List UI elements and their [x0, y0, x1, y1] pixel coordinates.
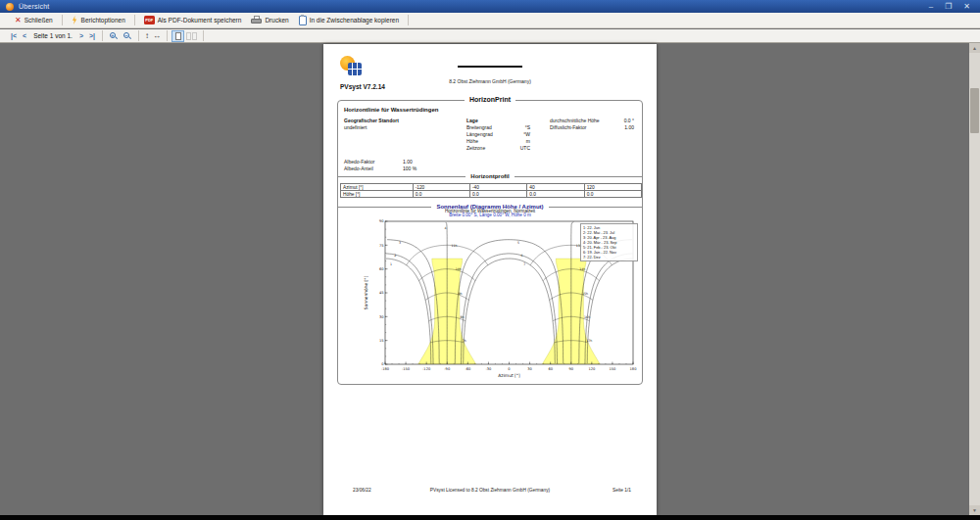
toolbar-separator	[138, 30, 139, 41]
table-row: Azimut [°] -120 -40 40 120	[341, 184, 642, 191]
tz-value: UTC	[485, 145, 530, 151]
vertical-scrollbar[interactable]: ▲ ▼	[969, 43, 980, 515]
svg-text:Azimut [°]: Azimut [°]	[498, 373, 520, 378]
svg-text:11h: 11h	[451, 244, 457, 248]
lage-label: Lage	[466, 118, 478, 123]
zoom-in-button[interactable]: +	[110, 32, 118, 40]
albedo-share-value: 100 %	[403, 165, 416, 171]
copy-to-clipboard-button[interactable]: In die Zwischenablage kopieren	[294, 14, 404, 27]
svg-text:90: 90	[379, 219, 384, 223]
toolbar-separator	[134, 15, 135, 25]
pdf-icon: PDF	[144, 16, 155, 24]
svg-text:15: 15	[379, 339, 384, 343]
diffuse-factor-value: 1.00	[595, 124, 634, 130]
svg-text:7h: 7h	[463, 339, 466, 343]
svg-text:30: 30	[379, 315, 384, 319]
window-title: Übersicht	[19, 3, 929, 10]
alt-label: Höhe	[466, 138, 478, 144]
single-page-view-button[interactable]	[172, 30, 184, 42]
hoehe-header-cell: Höhe [°]	[341, 191, 414, 198]
clipboard-icon	[299, 16, 307, 25]
section-title: HorizonPrint	[465, 96, 515, 103]
close-window-button[interactable]: ✕	[963, 2, 970, 11]
svg-text:6: 6	[520, 254, 522, 258]
geo-label: Geografischer Standort	[344, 118, 399, 123]
minimize-button[interactable]: –	[929, 2, 933, 11]
navigation-toolbar: |< < Seite 1 von 1. > >| + − ↕ ↔	[0, 29, 980, 43]
svg-text:60: 60	[548, 367, 553, 371]
main-toolbar: ✕ Schließen Berichtoptionen PDF Als PDF-…	[0, 13, 980, 28]
chart-legend: 1: 22. Jun2: 22. Mai - 23. Jul3: 20. Apr…	[580, 223, 638, 261]
footer-page-number: Seite 1/1	[612, 488, 631, 493]
report-preview-window: Übersicht – ❐ ✕ ✕ Schließen Berichtoptio…	[0, 0, 980, 515]
two-page-icon	[192, 32, 197, 40]
svg-text:-120: -120	[422, 367, 431, 371]
maximize-button[interactable]: ❐	[945, 2, 952, 11]
scroll-up-button[interactable]: ▲	[969, 43, 980, 53]
svg-text:-150: -150	[402, 367, 411, 371]
close-icon: ✕	[15, 17, 22, 24]
scrollbar-thumb[interactable]	[970, 88, 979, 133]
licensee-header: 8.2 Obst Ziehmann GmbH (Germany)	[449, 78, 531, 84]
svg-text:0: 0	[508, 367, 511, 371]
lon-value: °W	[485, 131, 530, 137]
hoehe-cell: 0.0	[584, 191, 641, 198]
report-subtitle: Horizontlinie für Wassertrüdingen	[344, 107, 438, 113]
azimut-header-cell: Azimut [°]	[341, 184, 414, 191]
svg-text:2: 2	[394, 254, 396, 258]
toolbar-separator	[167, 30, 168, 41]
desktop-background: Übersicht – ❐ ✕ ✕ Schließen Berichtoptio…	[0, 0, 980, 520]
close-report-button[interactable]: ✕ Schließen	[10, 15, 58, 26]
prev-page-button[interactable]: <	[20, 31, 29, 40]
first-page-button[interactable]: |<	[8, 31, 20, 40]
print-button[interactable]: Drucken	[246, 14, 293, 26]
hoehe-cell: 0.0	[413, 191, 469, 198]
horizon-profile-table: Azimut [°] -120 -40 40 120 Höhe [°] 0.0 …	[340, 183, 642, 198]
albedo-factor-label: Albedo-Faktor	[344, 159, 374, 165]
report-page: PVsyst V7.2.14 8.2 Obst Ziehmann GmbH (G…	[323, 44, 657, 515]
svg-text:9h: 9h	[458, 292, 462, 296]
last-page-button[interactable]: >|	[86, 31, 98, 40]
table-row: Höhe [°] 0.0 0.0 0.0 0.0	[341, 191, 642, 198]
report-options-button[interactable]: Berichtoptionen	[67, 14, 130, 26]
header-rule	[458, 66, 522, 68]
section-divider: Sonnenlauf (Diagramm Höhe / Azimut)	[338, 207, 642, 208]
fit-width-button[interactable]: ↔	[151, 31, 163, 40]
svg-text:4: 4	[444, 226, 446, 230]
svg-text:-60: -60	[465, 367, 471, 371]
page-indicator: Seite 1 von 1.	[29, 32, 76, 39]
toolbar-separator	[408, 15, 409, 25]
albedo-factor-value: 1.00	[403, 159, 413, 165]
avg-height-value: 0.0 °	[595, 118, 634, 123]
svg-text:Sonnenhöhe [°]: Sonnenhöhe [°]	[364, 275, 368, 309]
toolbar-separator	[62, 15, 63, 25]
svg-text:-180: -180	[381, 367, 390, 371]
svg-text:150: 150	[609, 367, 616, 371]
svg-text:45: 45	[379, 291, 384, 295]
section-divider: Horizontprofil	[338, 176, 642, 177]
svg-text:15h: 15h	[582, 292, 588, 296]
azimut-cell: 40	[527, 184, 584, 191]
geo-value: undefiniert	[344, 124, 367, 130]
scroll-down-button[interactable]: ▼	[969, 505, 980, 515]
zoom-out-button[interactable]: −	[123, 32, 131, 40]
azimut-cell: -40	[470, 184, 527, 191]
save-pdf-button[interactable]: PDF Als PDF-Dokument speichern	[139, 14, 247, 26]
toolbar-separator	[203, 30, 204, 41]
fit-height-button[interactable]: ↕	[143, 31, 151, 40]
svg-text:8h: 8h	[461, 315, 465, 319]
svg-text:75: 75	[379, 244, 384, 248]
two-page-view-button[interactable]	[184, 32, 199, 40]
alt-value: m	[485, 138, 530, 144]
svg-text:-30: -30	[485, 367, 492, 371]
svg-text:180: 180	[630, 367, 638, 371]
svg-text:17h: 17h	[586, 339, 592, 343]
albedo-share-label: Albedo-Anteil	[344, 165, 373, 171]
lat-value: °S	[485, 124, 530, 130]
next-page-button[interactable]: >	[76, 31, 86, 40]
hoehe-cell: 0.0	[527, 191, 584, 198]
report-options-icon	[72, 16, 78, 24]
svg-text:120: 120	[588, 367, 596, 371]
avg-height-label: durchschnittliche Höhe	[550, 118, 600, 123]
svg-text:14h: 14h	[579, 267, 585, 271]
